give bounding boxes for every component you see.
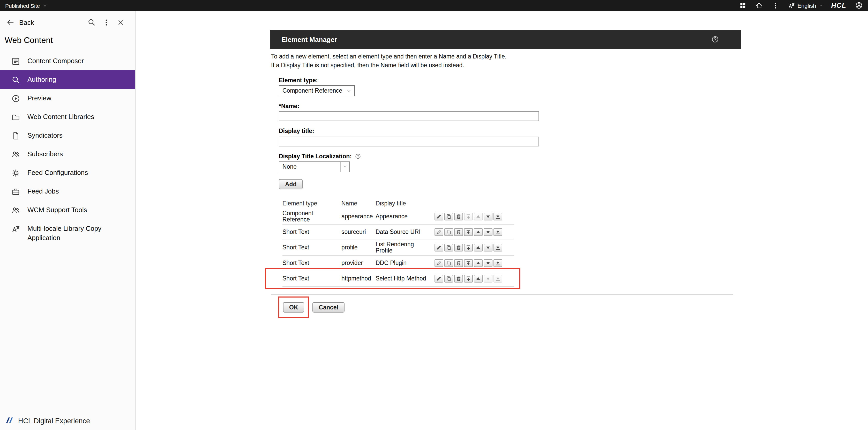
delete-button[interactable] xyxy=(454,243,463,251)
folder-icon xyxy=(11,112,20,122)
delete-icon xyxy=(456,213,461,219)
move-up-button[interactable] xyxy=(474,259,483,267)
name-input[interactable] xyxy=(279,111,539,121)
top-bar: Published Site English HCL xyxy=(0,0,868,11)
delete-icon xyxy=(456,229,461,235)
copy-icon xyxy=(446,245,452,250)
move-down-button[interactable] xyxy=(484,228,492,236)
copy-button[interactable] xyxy=(444,212,453,220)
name-label: *Name: xyxy=(279,103,741,109)
back-button[interactable] xyxy=(6,18,14,26)
sidebar-item-wcm-support-tools[interactable]: WCM Support Tools xyxy=(0,201,135,219)
edit-button[interactable] xyxy=(435,212,443,220)
sidebar-search-button[interactable] xyxy=(87,18,96,26)
more-options-button[interactable] xyxy=(772,2,779,9)
sidebar-item-label: WCM Support Tools xyxy=(27,206,87,214)
move-up-button[interactable] xyxy=(474,243,483,251)
apps-button[interactable] xyxy=(739,2,746,9)
element-type-select[interactable]: Component Reference xyxy=(279,85,354,96)
main-content: Element Manager To add a new element, se… xyxy=(135,11,868,430)
copy-button[interactable] xyxy=(444,228,453,236)
cell-element-type: Short Text xyxy=(282,229,341,235)
display-title-input[interactable] xyxy=(279,136,539,146)
cell-display-title: Appearance xyxy=(376,213,431,219)
move-bottom-button[interactable] xyxy=(494,212,502,220)
edit-button[interactable] xyxy=(435,228,443,236)
element-type-label: Element type: xyxy=(279,77,741,83)
dialog-description: To add a new element, select an element … xyxy=(271,52,741,70)
add-button[interactable]: Add xyxy=(279,179,303,189)
cell-element-type: Short Text xyxy=(282,244,341,250)
sidebar: Back Web Content Content ComposerAuthori… xyxy=(0,11,135,430)
sidebar-item-preview[interactable]: Preview xyxy=(0,89,135,108)
edit-button[interactable] xyxy=(435,243,443,251)
element-type-value: Component Reference xyxy=(282,87,342,94)
sidebar-item-authoring[interactable]: Authoring xyxy=(0,70,135,89)
move-up-button xyxy=(474,212,483,220)
dialog-help-button[interactable] xyxy=(711,35,719,43)
sidebar-more-button[interactable] xyxy=(102,19,110,26)
cell-name: appearance xyxy=(341,213,376,219)
description-line-2: If a Display Title is not specified, the… xyxy=(271,61,741,70)
sidebar-item-content-composer[interactable]: Content Composer xyxy=(0,52,135,70)
move-bottom-button[interactable] xyxy=(494,228,502,236)
copy-button[interactable] xyxy=(444,259,453,267)
site-selector[interactable]: Published Site xyxy=(5,2,47,8)
home-button[interactable] xyxy=(755,2,763,9)
edit-button[interactable] xyxy=(435,275,443,282)
column-header-display-title: Display title xyxy=(376,200,431,207)
search-icon xyxy=(87,18,96,26)
edit-button[interactable] xyxy=(435,259,443,267)
sidebar-item-syndicators[interactable]: Syndicators xyxy=(0,126,135,145)
sidebar-item-subscribers[interactable]: Subscribers xyxy=(0,145,135,163)
sidebar-item-web-content-libraries[interactable]: Web Content Libraries xyxy=(0,108,135,126)
move-top-button[interactable] xyxy=(464,228,473,236)
sidebar-item-multi-locale-library-copy-application[interactable]: Multi-locale Library Copy Application xyxy=(0,219,135,247)
copy-button[interactable] xyxy=(444,243,453,251)
cell-display-title: Select Http Method xyxy=(376,275,431,281)
move-down-icon xyxy=(485,213,491,219)
localization-select[interactable]: None xyxy=(279,161,350,172)
move-bottom-icon xyxy=(495,229,501,235)
move-top-button xyxy=(464,212,473,220)
move-top-button[interactable] xyxy=(464,275,473,282)
cancel-button[interactable]: Cancel xyxy=(313,302,344,312)
close-icon xyxy=(117,19,125,26)
back-label[interactable]: Back xyxy=(19,19,34,26)
move-up-icon xyxy=(475,245,481,250)
move-down-button xyxy=(484,275,492,282)
move-top-button[interactable] xyxy=(464,243,473,251)
localization-help-button[interactable] xyxy=(355,153,361,159)
copy-icon xyxy=(446,213,452,219)
move-bottom-button[interactable] xyxy=(494,243,502,251)
move-down-button[interactable] xyxy=(484,243,492,251)
ok-button-highlight: OK xyxy=(283,302,304,312)
delete-button[interactable] xyxy=(454,275,463,282)
cell-element-type: Short Text xyxy=(282,275,341,281)
sidebar-item-feed-configurations[interactable]: Feed Configurations xyxy=(0,163,135,182)
delete-button[interactable] xyxy=(454,259,463,267)
hcl-logo-icon xyxy=(5,416,14,425)
authoring-icon xyxy=(11,75,20,84)
move-top-button[interactable] xyxy=(464,259,473,267)
sidebar-item-label: Syndicators xyxy=(27,131,63,140)
move-down-button[interactable] xyxy=(484,259,492,267)
move-top-icon xyxy=(466,245,471,250)
move-bottom-icon xyxy=(495,276,501,281)
sidebar-item-feed-jobs[interactable]: Feed Jobs xyxy=(0,182,135,201)
back-arrow-icon xyxy=(6,18,14,26)
move-bottom-button xyxy=(494,275,502,282)
move-down-button[interactable] xyxy=(484,212,492,220)
language-selector[interactable]: English xyxy=(787,2,822,9)
account-button[interactable] xyxy=(855,2,863,9)
document-icon xyxy=(11,131,20,140)
sidebar-close-button[interactable] xyxy=(117,19,125,26)
ok-button[interactable]: OK xyxy=(283,302,304,312)
move-bottom-button[interactable] xyxy=(494,259,502,267)
sidebar-title: Web Content xyxy=(0,34,135,52)
copy-button[interactable] xyxy=(444,275,453,282)
delete-button[interactable] xyxy=(454,212,463,220)
move-up-button[interactable] xyxy=(474,275,483,282)
delete-button[interactable] xyxy=(454,228,463,236)
move-up-button[interactable] xyxy=(474,228,483,236)
